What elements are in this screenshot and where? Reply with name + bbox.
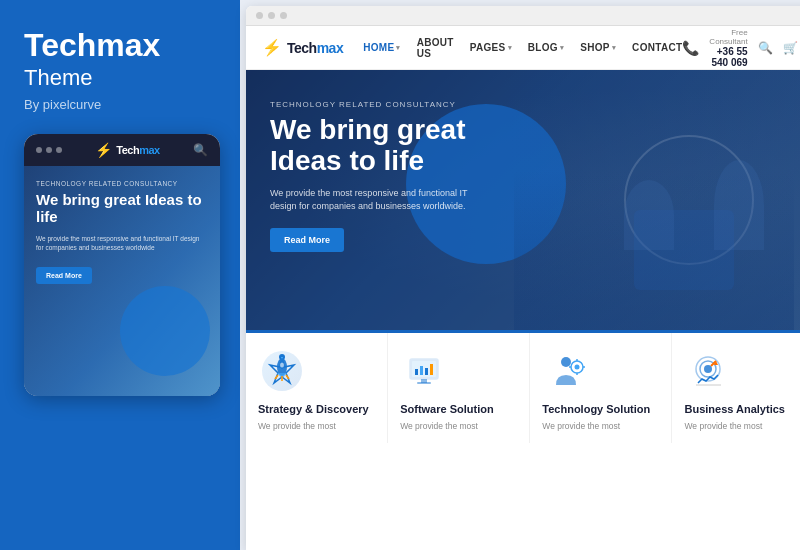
nav-link-shop[interactable]: SHOP ▾ (580, 42, 616, 53)
nav-link-about[interactable]: ABOUT US (417, 37, 454, 59)
consultant-label: Free Consultant (709, 28, 747, 46)
service-card-analytics: Business Analytics We provide the most (672, 333, 800, 443)
service-desc-analytics: We provide the most (684, 421, 762, 433)
right-panel: ⚡ Techmax HOME ▾ ABOUT US PAGES ▾ BLOG ▾ (240, 0, 800, 550)
software-icon-wrap (400, 347, 448, 395)
svg-point-26 (704, 365, 712, 373)
svg-point-19 (575, 365, 580, 370)
analytics-icon-wrap (684, 347, 732, 395)
mobile-mockup: ⚡ Techmax 🔍 TECHNOLOGY RELATED CONSULTAN… (24, 134, 220, 396)
service-title-technology: Technology Solution (542, 403, 650, 416)
mobile-top-bar: ⚡ Techmax 🔍 (24, 134, 220, 166)
nav-link-contact[interactable]: CONTACT (632, 42, 682, 53)
logo-icon: ⚡ (262, 38, 282, 57)
mobile-dot-1 (36, 147, 42, 153)
technology-icon-wrap (542, 347, 590, 395)
nav-right: 📞 Free Consultant +36 55 540 069 🔍 🛒 (682, 28, 797, 68)
hero-eyebrow: TECHNOLOGY RELATED CONSULTANCY (270, 100, 790, 109)
left-panel: Techmax Theme By pixelcurve ⚡ Techmax 🔍 … (0, 0, 240, 550)
browser-bar (246, 6, 800, 26)
svg-point-17 (561, 357, 571, 367)
mobile-hero-eyebrow: TECHNOLOGY RELATED CONSULTANCY (36, 180, 208, 187)
service-card-software: Software Solution We provide the most (388, 333, 530, 443)
service-title-software: Software Solution (400, 403, 494, 416)
cart-icon[interactable]: 🛒 (783, 41, 798, 55)
phone-icon: 📞 (682, 40, 699, 56)
mobile-logo-text: Techmax (116, 144, 159, 156)
mobile-logo: ⚡ Techmax (95, 142, 159, 158)
software-icon (402, 349, 446, 393)
svg-point-5 (280, 363, 284, 368)
pages-chevron-icon: ▾ (508, 44, 512, 52)
services-section: Strategy & Discovery We provide the most (246, 330, 800, 443)
hero-desc: We provide the most responsive and funct… (270, 187, 490, 214)
brand-title: Techmax (24, 28, 216, 63)
technology-icon (544, 349, 588, 393)
mobile-hero-content: TECHNOLOGY RELATED CONSULTANCY We bring … (24, 166, 220, 294)
svg-rect-16 (417, 382, 431, 384)
brand-subtitle: Theme (24, 65, 216, 91)
browser-dot-2 (268, 12, 275, 19)
search-icon[interactable]: 🔍 (758, 41, 773, 55)
brand-by: By pixelcurve (24, 97, 216, 112)
svg-rect-11 (415, 369, 418, 375)
service-desc-strategy: We provide the most (258, 421, 336, 433)
mobile-hero-circle (120, 286, 210, 376)
logo-text: Techmax (287, 40, 343, 56)
svg-rect-14 (430, 364, 433, 375)
mobile-dot-3 (56, 147, 62, 153)
hero-title: We bring great Ideas to life (270, 115, 490, 177)
browser-dot-3 (280, 12, 287, 19)
mobile-hero-desc: We provide the most responsive and funct… (36, 234, 208, 252)
service-card-technology: Technology Solution We provide the most (530, 333, 672, 443)
site-navbar: ⚡ Techmax HOME ▾ ABOUT US PAGES ▾ BLOG ▾ (246, 26, 800, 70)
home-chevron-icon: ▾ (396, 44, 400, 52)
mobile-dot-2 (46, 147, 52, 153)
mobile-browser-dots (36, 147, 62, 153)
mobile-read-more-button[interactable]: Read More (36, 267, 92, 284)
service-title-strategy: Strategy & Discovery (258, 403, 369, 416)
blog-chevron-icon: ▾ (560, 44, 564, 52)
browser-dot-1 (256, 12, 263, 19)
nav-links: HOME ▾ ABOUT US PAGES ▾ BLOG ▾ SHOP ▾ (363, 37, 682, 59)
hero-content: TECHNOLOGY RELATED CONSULTANCY We bring … (246, 70, 800, 282)
service-desc-technology: We provide the most (542, 421, 620, 433)
service-card-strategy: Strategy & Discovery We provide the most (246, 333, 388, 443)
svg-rect-13 (425, 368, 428, 375)
desktop-browser: ⚡ Techmax HOME ▾ ABOUT US PAGES ▾ BLOG ▾ (246, 6, 800, 550)
mobile-search-icon: 🔍 (193, 143, 208, 157)
nav-link-pages[interactable]: PAGES ▾ (470, 42, 512, 53)
strategy-icon-wrap (258, 347, 306, 395)
mobile-logo-icon: ⚡ (95, 142, 112, 158)
strategy-icon (260, 349, 304, 393)
shop-chevron-icon: ▾ (612, 44, 616, 52)
service-title-analytics: Business Analytics (684, 403, 784, 416)
hero-section: TECHNOLOGY RELATED CONSULTANCY We bring … (246, 70, 800, 330)
svg-rect-12 (420, 366, 423, 375)
nav-link-home[interactable]: HOME ▾ (363, 42, 401, 53)
analytics-icon (686, 349, 730, 393)
hero-cta-button[interactable]: Read More (270, 228, 344, 252)
nav-link-blog[interactable]: BLOG ▾ (528, 42, 564, 53)
consultant-phone: +36 55 540 069 (709, 46, 747, 68)
service-desc-software: We provide the most (400, 421, 478, 433)
mobile-hero: TECHNOLOGY RELATED CONSULTANCY We bring … (24, 166, 220, 396)
site-logo: ⚡ Techmax (262, 38, 343, 57)
mobile-hero-title: We bring great Ideas to life (36, 191, 208, 226)
nav-consultant: Free Consultant +36 55 540 069 (709, 28, 747, 68)
